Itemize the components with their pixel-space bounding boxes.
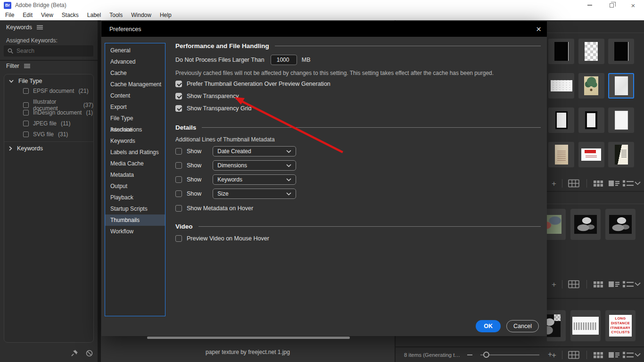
chevron-down-icon[interactable]	[635, 282, 641, 286]
filter-item-jpeg[interactable]: JPEG file(11)	[23, 120, 70, 127]
menu-stacks[interactable]: Stacks	[58, 10, 83, 20]
menu-label[interactable]: Label	[83, 10, 105, 20]
nav-item-startup-scripts[interactable]: Startup Scripts	[105, 203, 165, 214]
nav-item-labels-and-ratings[interactable]: Labels and Ratings	[105, 147, 165, 158]
metadata-dropdown-3[interactable]: Keywords	[213, 174, 296, 185]
pin-icon[interactable]	[71, 349, 78, 357]
sidebar-divider[interactable]	[98, 20, 101, 362]
thumbnail-vintage-invitation[interactable]	[548, 142, 574, 167]
zoom-slider-knob[interactable]	[483, 352, 489, 358]
nav-item-cache[interactable]: Cache	[105, 67, 165, 79]
thumbnail-black-paper[interactable]	[608, 39, 634, 64]
keywords-group[interactable]: Keywords	[9, 145, 43, 152]
thumbnail-view-icon[interactable]	[593, 280, 603, 288]
add-icon[interactable]: +	[552, 351, 556, 359]
nav-item-media-cache[interactable]: Media Cache	[105, 158, 165, 169]
nav-item-workflow[interactable]: Workflow	[105, 226, 165, 237]
chevron-down-icon[interactable]	[635, 353, 641, 357]
minimize-button[interactable]	[579, 0, 601, 10]
nav-item-keywords[interactable]: Keywords	[105, 135, 165, 147]
checkbox[interactable]	[23, 121, 29, 126]
thumbnail-black-border-paper[interactable]	[578, 107, 604, 133]
thumbnail-black-paper[interactable]	[548, 39, 574, 64]
nav-item-output[interactable]: Output	[105, 181, 165, 192]
add-icon[interactable]: +	[552, 179, 556, 187]
menu-edit[interactable]: Edit	[18, 10, 37, 20]
ok-button[interactable]: OK	[476, 320, 501, 332]
thumbnail-bw-sketch[interactable]	[570, 310, 601, 341]
selected-image-edge[interactable]	[147, 337, 350, 339]
thumbnail-red-text-card[interactable]: LONG DISTANCE ITINERARY CYCLISTS	[605, 310, 636, 341]
details-view-icon[interactable]	[608, 351, 619, 359]
keywords-panel-title[interactable]: Keywords	[6, 24, 32, 31]
nav-item-playback[interactable]: Playback	[105, 192, 165, 203]
zoom-slider[interactable]	[480, 354, 539, 355]
thumbnail-transparent-checker[interactable]	[578, 39, 604, 64]
thumbnail-white-paper[interactable]	[608, 107, 634, 133]
thumbnail-bw-transparent-photo[interactable]	[547, 310, 566, 341]
metadata-dropdown-2[interactable]: Dimensions	[213, 160, 296, 171]
checkbox[interactable]	[175, 105, 182, 112]
file-type-group[interactable]: File Type	[9, 78, 42, 84]
filter-panel-title[interactable]: Filter	[6, 63, 19, 69]
panel-menu-icon[interactable]	[37, 25, 43, 30]
grid-view-icon[interactable]	[568, 351, 579, 359]
grid-view-icon[interactable]	[568, 179, 579, 188]
thumbnail-view-icon[interactable]	[593, 180, 603, 187]
thumbnail-bonsai-art[interactable]	[578, 73, 604, 99]
details-view-icon[interactable]	[608, 180, 619, 187]
nav-item-file-type-associations[interactable]: File Type Associations	[105, 113, 165, 124]
list-view-icon[interactable]	[622, 180, 634, 187]
block-icon[interactable]	[86, 350, 93, 357]
filter-item-epsf[interactable]: EPSF document(21)	[23, 88, 89, 94]
thumbnail-red-banner-card[interactable]	[578, 142, 604, 167]
checkbox[interactable]	[23, 110, 29, 115]
metadata-dropdown-4[interactable]: Size	[213, 189, 296, 199]
menu-tools[interactable]: Tools	[105, 10, 127, 20]
nav-item-metadata[interactable]: Metadata	[105, 169, 165, 181]
dialog-close-icon[interactable]: ×	[536, 25, 541, 33]
nav-item-general[interactable]: General	[105, 45, 165, 56]
restore-button[interactable]	[601, 0, 622, 10]
zoom-out-icon[interactable]	[467, 354, 472, 355]
nav-item-advanced[interactable]: Advanced	[105, 56, 165, 67]
checkbox[interactable]	[23, 88, 29, 94]
menu-file[interactable]: File	[1, 10, 18, 20]
chevron-down-icon[interactable]	[635, 181, 641, 185]
details-view-icon[interactable]	[608, 280, 619, 288]
thumbnail-paper-texture-selected[interactable]	[608, 73, 634, 99]
checkbox[interactable]	[175, 162, 182, 169]
thumbnail-foliage-card[interactable]	[608, 142, 634, 167]
thumbnail-bw-motorcycle[interactable]	[570, 209, 601, 240]
metadata-dropdown-1[interactable]: Date Created	[213, 146, 296, 156]
list-view-icon[interactable]	[622, 280, 634, 288]
checkbox[interactable]	[23, 102, 29, 108]
thumbnail-speckle-paper[interactable]	[548, 73, 574, 99]
checkbox[interactable]	[175, 190, 182, 197]
thumbnail-view-icon[interactable]	[593, 351, 603, 359]
checkbox[interactable]	[175, 81, 182, 87]
checkbox[interactable]	[23, 132, 29, 137]
checkbox[interactable]	[175, 235, 182, 242]
checkbox[interactable]	[175, 205, 182, 212]
cancel-button[interactable]: Cancel	[506, 320, 539, 332]
thumbnail-black-border-paper[interactable]	[548, 107, 574, 133]
filter-item-svg[interactable]: SVG file(31)	[23, 131, 68, 138]
thumbnail-color-photo[interactable]	[547, 209, 566, 240]
close-button[interactable]: ×	[622, 0, 644, 10]
menu-help[interactable]: Help	[156, 10, 176, 20]
nav-item-export[interactable]: Export	[105, 101, 165, 113]
filter-item-indesign[interactable]: InDesign document(1)	[23, 109, 93, 116]
search-input[interactable]	[17, 48, 78, 54]
checkbox[interactable]	[175, 176, 182, 183]
panel-menu-icon[interactable]	[24, 64, 30, 68]
thumbnail-bw-motorcycle[interactable]	[605, 209, 636, 240]
keyword-search-box[interactable]	[4, 45, 93, 57]
nav-item-cache-management[interactable]: Cache Management	[105, 79, 165, 90]
grid-view-icon[interactable]	[568, 280, 579, 288]
list-view-icon[interactable]	[622, 351, 634, 359]
add-icon[interactable]: +	[552, 280, 556, 288]
nav-item-content[interactable]: Content	[105, 90, 165, 101]
checkbox[interactable]	[175, 93, 182, 99]
nav-item-thumbnails[interactable]: Thumbnails	[105, 214, 165, 226]
